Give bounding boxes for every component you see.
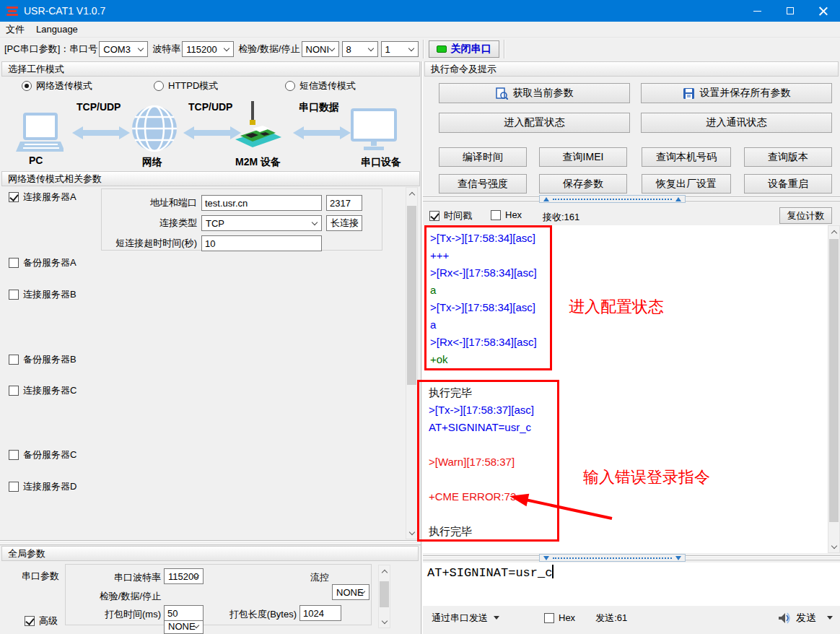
recv-count: 接收:161 [543,211,579,224]
log-line: >[Tx->][17:58:34][asc] [430,230,550,247]
serial-toolbar: [PC串口参数]：串口号 COM3 波特率 115200 检验/数据/停止 NO… [0,38,840,60]
log-line: >[Rx<-][17:58:34][asc] [430,264,550,282]
window-title: USR-CAT1 V1.0.7 [24,5,105,17]
com-port-select[interactable]: COM3 [99,41,148,57]
log-line: +++ [430,247,550,264]
send-input[interactable]: AT+SIGNINAT=usr_c [423,563,840,606]
checkbox-icon [9,355,19,365]
server-address-input[interactable]: test.usr.cn [201,195,322,211]
left-panel-scrollbar[interactable] [406,187,418,539]
send-button[interactable]: 发送 [778,612,833,625]
minimize-button[interactable] [740,0,774,22]
scrollbar-thumb[interactable] [407,206,416,385]
maximize-button[interactable] [774,0,807,22]
short-conn-timeout-input[interactable]: 10 [201,235,322,251]
set-save-all-button[interactable]: 设置并保存所有参数 [641,83,832,103]
send-splitter-handle[interactable] [539,554,686,562]
network-label: 网络 [142,156,162,169]
scroll-up-arrow-icon[interactable] [828,226,839,238]
log-highlight-box-1: >[Tx->][17:58:34][asc] +++ >[Rx<-][17:58… [424,225,552,370]
global-params-header: 全局参数 [1,546,419,561]
checkbox-recv-hex[interactable]: Hex [491,209,522,220]
baud-select[interactable]: 115200 [182,41,234,57]
recv-splitter-handle[interactable] [539,195,686,203]
checkbox-backup-server-b[interactable]: 备份服务器B [9,353,76,366]
scrollbar-thumb[interactable] [380,581,389,607]
pc-icon [16,113,64,155]
pc-label: PC [29,155,43,166]
global-parity-label: 检验/数据/停止 [80,590,161,603]
query-signal-button[interactable]: 查信号强度 [439,174,527,194]
send-via-dropdown[interactable]: 通过串口发送 [432,612,499,625]
checkbox-backup-server-a[interactable]: 备份服务器A [9,256,76,269]
work-mode-header: 选择工作模式 [1,61,420,77]
stopbits-select[interactable]: 1 [381,41,419,57]
scroll-up-arrow-icon[interactable] [379,565,390,577]
query-imei-button[interactable]: 查询IMEI [539,147,627,167]
parity-select[interactable]: NONI [302,41,339,57]
scroll-down-arrow-icon[interactable] [379,616,390,628]
close-button[interactable] [807,0,840,22]
scrollbar-thumb[interactable] [829,239,839,522]
menu-language[interactable]: Language [30,22,84,38]
close-serial-button[interactable]: 关闭串口 [429,40,499,58]
query-version-button[interactable]: 查询版本 [744,147,832,167]
conn-type-select[interactable]: TCP [201,215,322,231]
scroll-up-arrow-icon[interactable] [406,188,417,199]
save-params-button[interactable]: 保存参数 [539,174,627,194]
annotation-arrow-icon [495,485,625,529]
checkbox-timestamp[interactable]: 时间戳 [429,209,472,222]
arrow-icon [72,126,130,140]
chevron-down-icon [138,45,144,51]
flow-label: 流控 [289,571,329,584]
network-globe-icon [131,105,178,152]
checkbox-send-hex[interactable]: Hex [544,612,575,623]
radio-net-transparent-mode[interactable]: 网络透传模式 [22,79,92,92]
splitter-dots [553,557,672,559]
left-splitter[interactable] [0,540,421,545]
checkbox-icon [25,616,35,626]
enter-config-button[interactable]: 进入配置状态 [439,113,630,133]
conn-mode-select[interactable]: 长连接 [326,215,362,231]
maximize-icon [787,7,794,14]
reset-count-button[interactable]: 复位计数 [779,207,832,224]
global-baud-select[interactable]: 115200 [164,568,204,584]
collapse-down-icon [675,556,681,560]
reboot-button[interactable]: 设备重启 [744,174,832,194]
factory-reset-button[interactable]: 恢复出厂设置 [642,174,731,194]
enter-comm-button[interactable]: 进入通讯状态 [641,113,832,133]
mode-diagram: PC TCP/UDP 网络 TCP/UDP [10,100,411,168]
checkbox-backup-server-c[interactable]: 备份服务器C [9,448,76,461]
toolbar-separator [423,40,424,58]
chevron-down-icon [367,45,373,51]
text-caret [552,565,554,578]
server-port-input[interactable]: 2317 [326,195,362,211]
checkbox-advanced[interactable]: 高级 [25,615,58,628]
short-conn-timeout-label: 短连接超时时间(秒) [102,237,201,250]
pack-len-input[interactable]: 1024 [299,605,341,621]
menu-file[interactable]: 文件 [0,22,30,38]
databits-select[interactable]: 8 [342,41,378,57]
recv-log-scrollbar[interactable] [828,225,840,553]
get-params-button[interactable]: 获取当前参数 [439,83,630,103]
log-line: a [430,282,550,299]
m2m-label: M2M 设备 [235,156,281,169]
radio-httpd-mode[interactable]: HTTPD模式 [154,79,218,92]
menu-bar: 文件 Language [0,22,840,38]
checkbox-server-a[interactable]: 连接服务器A [9,191,76,204]
scroll-down-arrow-icon[interactable] [406,527,417,539]
minimize-icon [753,11,761,12]
chevron-down-icon [312,220,318,225]
checkbox-server-c[interactable]: 连接服务器C [9,384,76,397]
recv-log-area[interactable]: >[Tx->][17:58:34][asc] +++ >[Rx<-][17:58… [423,225,828,553]
pack-time-input[interactable]: 50 [164,605,204,621]
baud-label: 波特率 [152,43,180,56]
global-params-scrollbar[interactable] [378,565,390,628]
compile-time-button[interactable]: 编译时间 [439,147,527,167]
query-number-button[interactable]: 查询本机号码 [642,147,731,167]
checkbox-server-b[interactable]: 连接服务器B [9,288,76,301]
radio-sms-mode[interactable]: 短信透传模式 [285,79,356,92]
scroll-down-arrow-icon[interactable] [828,541,839,552]
flow-select[interactable]: NONE [332,584,369,600]
checkbox-server-d[interactable]: 连接服务器D [9,480,76,493]
